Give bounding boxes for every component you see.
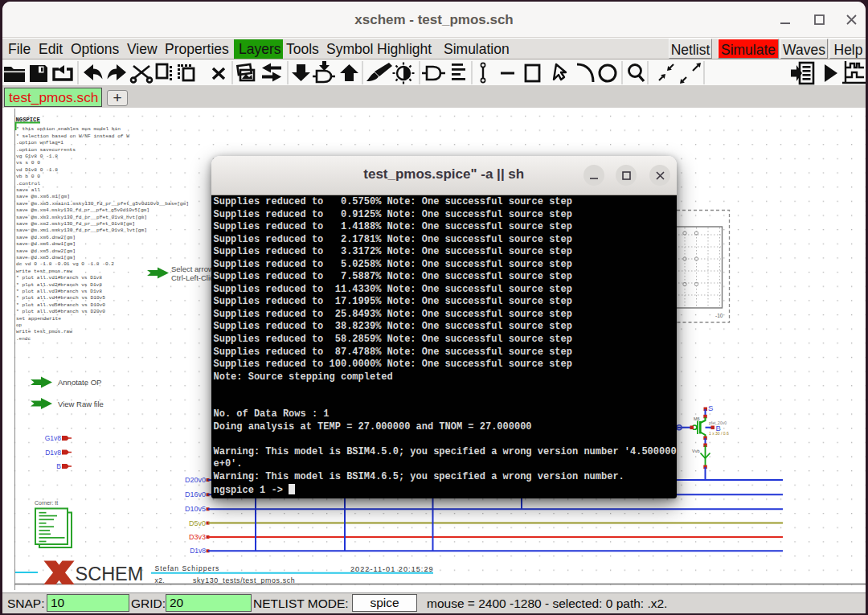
svg-text:save @d.xm5.dnw2[gm]: save @d.xm5.dnw2[gm] — [16, 248, 76, 254]
svg-text:x2.: x2. — [155, 576, 166, 584]
svg-text:B: B — [56, 462, 61, 470]
svg-text:Stefan Schippers: Stefan Schippers — [155, 564, 220, 572]
svg-text:sky130_tests/test_pmos.sch: sky130_tests/test_pmos.sch — [193, 576, 295, 584]
svg-text:View Raw file: View Raw file — [58, 400, 104, 408]
svg-text:D20v0: D20v0 — [185, 476, 206, 484]
svg-text:D16v0: D16v0 — [185, 490, 206, 498]
svg-text:write test_pmos.raw: write test_pmos.raw — [16, 329, 72, 334]
svg-text:D1v8: D1v8 — [190, 547, 206, 555]
svg-text:-10: -10 — [715, 313, 723, 318]
svg-text:dc vd 0 -1.8 -0.01 vg 0 -1.8 -: dc vd 0 -1.8 -0.01 vg 0 -1.8 -0.2 — [16, 261, 114, 267]
svg-text:save @m.xm2.msky130_fd_pr__pfe: save @m.xm2.msky130_fd_pr__pfet_01v8[gm] — [16, 221, 135, 227]
svg-text:save @d.xm6.dnw2[gm]: save @d.xm6.dnw2[gm] — [16, 235, 76, 240]
svg-text:G1v8: G1v8 — [45, 434, 62, 442]
svg-text:save all: save all — [16, 187, 40, 193]
svg-text:D10v5: D10v5 — [185, 505, 206, 513]
svg-text:* plot all.vd3#branch vs D1v8: * plot all.vd3#branch vs D1v8 — [16, 289, 102, 294]
svg-text:.option wnflag=1: .option wnflag=1 — [16, 140, 63, 146]
svg-text:* this option enables mos mode: * this option enables mos model bin — [16, 126, 121, 132]
svg-text:Corner: tt: Corner: tt — [35, 500, 58, 506]
svg-text:1 x 30 / 0.6: 1 x 30 / 0.6 — [709, 431, 729, 436]
svg-text:write test_pmos.raw: write test_pmos.raw — [16, 269, 72, 274]
svg-text:save @m.xm4.msky130_fd_pr__pfe: save @m.xm4.msky130_fd_pr__pfet_g5v0d10v… — [16, 207, 149, 213]
svg-text:Annotate OP: Annotate OP — [58, 378, 101, 387]
svg-text:* plot all.vd4#branch vs D10v5: * plot all.vd4#branch vs D10v5 — [16, 295, 105, 301]
svg-text:vg G1v8 0 -1.8: vg G1v8 0 -1.8 — [16, 154, 58, 159]
svg-text:.control: .control — [16, 181, 40, 187]
svg-text:D3v3: D3v3 — [189, 533, 206, 541]
svg-text:.option savecurrents: .option savecurrents — [16, 147, 76, 153]
svg-text:save @d.xm6.dnw1[gm]: save @d.xm6.dnw1[gm] — [16, 241, 76, 247]
svg-text:save @m.xm5.xmain1.msky130_fd_: save @m.xm5.xmain1.msky130_fd_pr__pfet_g… — [16, 201, 189, 207]
svg-text:* plot all.vd1#branch vs D1v8: * plot all.vd1#branch vs D1v8 — [16, 275, 102, 281]
svg-text:set appendwrite: set appendwrite — [16, 316, 61, 322]
svg-text:D1v8: D1v8 — [45, 449, 61, 457]
svg-text:* selection based on W/NF inst: * selection based on W/NF instead of W — [16, 133, 129, 139]
svg-text:* plot all.vd2#branch vs D1v8: * plot all.vd2#branch vs D1v8 — [16, 282, 102, 288]
svg-text:save @d.xm5.dnw1[gm]: save @d.xm5.dnw1[gm] — [16, 255, 76, 260]
svg-text:save @m.xm1.msky130_fd_pr__pfe: save @m.xm1.msky130_fd_pr__pfet_01v8_lvt… — [16, 228, 147, 233]
svg-text:* plot all.vd6#branch vs D20v0: * plot all.vd6#branch vs D20v0 — [16, 309, 105, 314]
svg-text:pfet_20v0: pfet_20v0 — [709, 420, 727, 425]
svg-text:2022-11-01 20:15:29: 2022-11-01 20:15:29 — [350, 565, 434, 573]
svg-text:vb b 0 0: vb b 0 0 — [16, 174, 40, 179]
svg-text:save @m.xm3.msky130_fd_pr__pfe: save @m.xm3.msky130_fd_pr__pfet_01v8_hvt… — [16, 215, 147, 220]
svg-text:D5v0: D5v0 — [189, 519, 206, 527]
svg-text:Vvb: Vvb — [692, 449, 699, 453]
svg-text:save @m.xm6.m1[gm]: save @m.xm6.m1[gm] — [16, 194, 70, 199]
svg-text:vd D1v8 0 -1.8: vd D1v8 0 -1.8 — [16, 167, 58, 173]
svg-text:S: S — [708, 404, 713, 412]
svg-text:NGSPICE: NGSPICE — [16, 117, 41, 123]
svg-text:op: op — [16, 322, 22, 328]
svg-text:.endc: .endc — [16, 336, 31, 342]
svg-text:* plot all.vd5#branch vs D10v0: * plot all.vd5#branch vs D10v0 — [16, 302, 105, 308]
svg-text:vs s 0 0: vs s 0 0 — [16, 160, 40, 166]
svg-text:SCHEM: SCHEM — [76, 564, 144, 584]
svg-text:M6: M6 — [694, 416, 700, 421]
